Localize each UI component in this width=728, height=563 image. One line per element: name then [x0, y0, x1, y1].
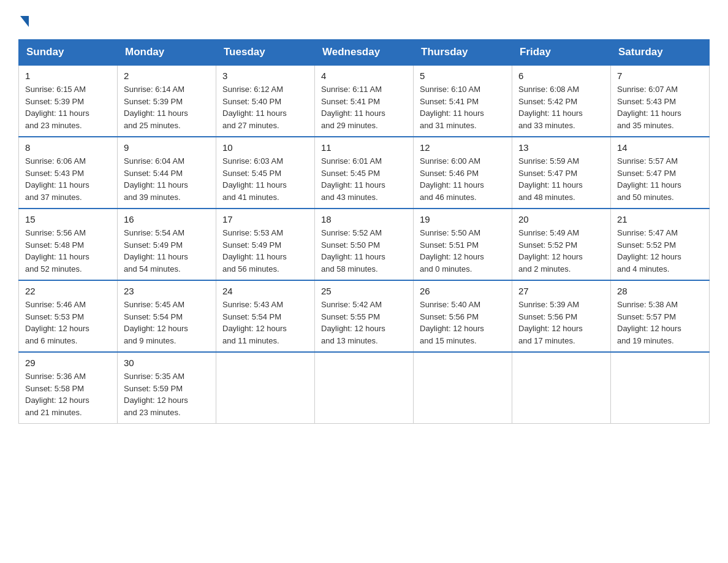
calendar-day-cell: 2 Sunrise: 6:14 AM Sunset: 5:39 PM Dayli…	[118, 65, 216, 137]
day-number: 8	[25, 142, 111, 153]
calendar-week-row: 15 Sunrise: 5:56 AM Sunset: 5:48 PM Dayl…	[19, 209, 710, 280]
day-info: Sunrise: 5:39 AM Sunset: 5:56 PM Dayligh…	[518, 299, 604, 347]
calendar-day-cell: 30 Sunrise: 5:35 AM Sunset: 5:59 PM Dayl…	[118, 352, 216, 424]
day-number: 11	[321, 142, 407, 153]
day-number: 9	[124, 142, 210, 153]
day-number: 26	[420, 286, 506, 296]
day-info: Sunrise: 6:10 AM Sunset: 5:41 PM Dayligh…	[420, 83, 506, 131]
day-number: 25	[321, 286, 407, 296]
calendar-day-cell: 1 Sunrise: 6:15 AM Sunset: 5:39 PM Dayli…	[19, 65, 118, 137]
calendar-day-cell: 25 Sunrise: 5:42 AM Sunset: 5:55 PM Dayl…	[315, 280, 414, 352]
calendar-day-cell: 22 Sunrise: 5:46 AM Sunset: 5:53 PM Dayl…	[19, 280, 118, 352]
calendar-day-cell: 10 Sunrise: 6:03 AM Sunset: 5:45 PM Dayl…	[216, 137, 315, 209]
day-number: 13	[518, 142, 604, 153]
calendar-day-cell: 29 Sunrise: 5:36 AM Sunset: 5:58 PM Dayl…	[19, 352, 118, 424]
day-number: 21	[617, 214, 703, 224]
calendar-day-cell: 16 Sunrise: 5:54 AM Sunset: 5:49 PM Dayl…	[118, 209, 216, 280]
calendar-week-row: 1 Sunrise: 6:15 AM Sunset: 5:39 PM Dayli…	[19, 65, 710, 137]
calendar-week-row: 22 Sunrise: 5:46 AM Sunset: 5:53 PM Dayl…	[19, 280, 710, 352]
day-info: Sunrise: 5:35 AM Sunset: 5:59 PM Dayligh…	[124, 370, 210, 418]
day-number: 20	[518, 214, 604, 224]
day-number: 29	[25, 358, 111, 368]
calendar-day-header: Thursday	[414, 40, 512, 66]
day-info: Sunrise: 6:03 AM Sunset: 5:45 PM Dayligh…	[222, 155, 308, 203]
day-info: Sunrise: 5:52 AM Sunset: 5:50 PM Dayligh…	[321, 227, 407, 275]
day-number: 12	[420, 142, 506, 153]
day-number: 17	[222, 214, 308, 224]
calendar-empty-cell	[216, 352, 315, 424]
calendar-day-cell: 28 Sunrise: 5:38 AM Sunset: 5:57 PM Dayl…	[611, 280, 710, 352]
calendar-day-cell: 12 Sunrise: 6:00 AM Sunset: 5:46 PM Dayl…	[414, 137, 512, 209]
day-info: Sunrise: 5:42 AM Sunset: 5:55 PM Dayligh…	[321, 299, 407, 347]
day-info: Sunrise: 6:01 AM Sunset: 5:45 PM Dayligh…	[321, 155, 407, 203]
calendar-day-cell: 19 Sunrise: 5:50 AM Sunset: 5:51 PM Dayl…	[414, 209, 512, 280]
day-info: Sunrise: 6:12 AM Sunset: 5:40 PM Dayligh…	[222, 83, 308, 131]
calendar-day-cell: 18 Sunrise: 5:52 AM Sunset: 5:50 PM Dayl…	[315, 209, 414, 280]
calendar-empty-cell	[414, 352, 512, 424]
day-info: Sunrise: 5:50 AM Sunset: 5:51 PM Dayligh…	[420, 227, 506, 275]
calendar-day-header: Sunday	[19, 40, 118, 66]
calendar-day-cell: 9 Sunrise: 6:04 AM Sunset: 5:44 PM Dayli…	[118, 137, 216, 209]
calendar-day-cell: 4 Sunrise: 6:11 AM Sunset: 5:41 PM Dayli…	[315, 65, 414, 137]
logo-arrow-icon	[20, 16, 29, 27]
day-info: Sunrise: 5:53 AM Sunset: 5:49 PM Dayligh…	[222, 227, 308, 275]
day-info: Sunrise: 5:36 AM Sunset: 5:58 PM Dayligh…	[25, 370, 111, 418]
calendar-table: SundayMondayTuesdayWednesdayThursdayFrid…	[18, 39, 710, 424]
day-info: Sunrise: 6:11 AM Sunset: 5:41 PM Dayligh…	[321, 83, 407, 131]
day-info: Sunrise: 5:38 AM Sunset: 5:57 PM Dayligh…	[617, 299, 703, 347]
day-number: 19	[420, 214, 506, 224]
day-number: 27	[518, 286, 604, 296]
calendar-day-cell: 3 Sunrise: 6:12 AM Sunset: 5:40 PM Dayli…	[216, 65, 315, 137]
calendar-day-cell: 24 Sunrise: 5:43 AM Sunset: 5:54 PM Dayl…	[216, 280, 315, 352]
day-number: 2	[124, 71, 210, 81]
day-info: Sunrise: 5:40 AM Sunset: 5:56 PM Dayligh…	[420, 299, 506, 347]
calendar-header-row: SundayMondayTuesdayWednesdayThursdayFrid…	[19, 40, 710, 66]
page-header	[18, 12, 710, 27]
calendar-day-cell: 11 Sunrise: 6:01 AM Sunset: 5:45 PM Dayl…	[315, 137, 414, 209]
day-info: Sunrise: 5:57 AM Sunset: 5:47 PM Dayligh…	[617, 155, 703, 203]
calendar-day-cell: 8 Sunrise: 6:06 AM Sunset: 5:43 PM Dayli…	[19, 137, 118, 209]
calendar-empty-cell	[512, 352, 611, 424]
day-info: Sunrise: 5:47 AM Sunset: 5:52 PM Dayligh…	[617, 227, 703, 275]
calendar-empty-cell	[611, 352, 710, 424]
calendar-day-cell: 15 Sunrise: 5:56 AM Sunset: 5:48 PM Dayl…	[19, 209, 118, 280]
day-info: Sunrise: 6:00 AM Sunset: 5:46 PM Dayligh…	[420, 155, 506, 203]
day-info: Sunrise: 5:45 AM Sunset: 5:54 PM Dayligh…	[124, 299, 210, 347]
calendar-day-header: Wednesday	[315, 40, 414, 66]
day-info: Sunrise: 6:06 AM Sunset: 5:43 PM Dayligh…	[25, 155, 111, 203]
calendar-day-cell: 27 Sunrise: 5:39 AM Sunset: 5:56 PM Dayl…	[512, 280, 611, 352]
calendar-day-cell: 5 Sunrise: 6:10 AM Sunset: 5:41 PM Dayli…	[414, 65, 512, 137]
calendar-day-header: Friday	[512, 40, 611, 66]
calendar-day-header: Monday	[118, 40, 216, 66]
calendar-day-cell: 13 Sunrise: 5:59 AM Sunset: 5:47 PM Dayl…	[512, 137, 611, 209]
day-number: 3	[222, 71, 308, 81]
day-info: Sunrise: 6:07 AM Sunset: 5:43 PM Dayligh…	[617, 83, 703, 131]
calendar-empty-cell	[315, 352, 414, 424]
day-info: Sunrise: 5:56 AM Sunset: 5:48 PM Dayligh…	[25, 227, 111, 275]
calendar-day-cell: 20 Sunrise: 5:49 AM Sunset: 5:52 PM Dayl…	[512, 209, 611, 280]
calendar-week-row: 8 Sunrise: 6:06 AM Sunset: 5:43 PM Dayli…	[19, 137, 710, 209]
day-number: 22	[25, 286, 111, 296]
calendar-day-cell: 6 Sunrise: 6:08 AM Sunset: 5:42 PM Dayli…	[512, 65, 611, 137]
day-number: 6	[518, 71, 604, 81]
day-info: Sunrise: 6:04 AM Sunset: 5:44 PM Dayligh…	[124, 155, 210, 203]
day-info: Sunrise: 6:08 AM Sunset: 5:42 PM Dayligh…	[518, 83, 604, 131]
day-number: 7	[617, 71, 703, 81]
calendar-day-cell: 14 Sunrise: 5:57 AM Sunset: 5:47 PM Dayl…	[611, 137, 710, 209]
day-number: 10	[222, 142, 308, 153]
day-info: Sunrise: 5:54 AM Sunset: 5:49 PM Dayligh…	[124, 227, 210, 275]
calendar-day-header: Saturday	[611, 40, 710, 66]
day-number: 30	[124, 358, 210, 368]
day-number: 15	[25, 214, 111, 224]
day-number: 5	[420, 71, 506, 81]
day-number: 24	[222, 286, 308, 296]
calendar-day-cell: 26 Sunrise: 5:40 AM Sunset: 5:56 PM Dayl…	[414, 280, 512, 352]
day-info: Sunrise: 6:15 AM Sunset: 5:39 PM Dayligh…	[25, 83, 111, 131]
day-number: 14	[617, 142, 703, 153]
day-number: 23	[124, 286, 210, 296]
day-number: 28	[617, 286, 703, 296]
calendar-day-cell: 17 Sunrise: 5:53 AM Sunset: 5:49 PM Dayl…	[216, 209, 315, 280]
day-info: Sunrise: 5:49 AM Sunset: 5:52 PM Dayligh…	[518, 227, 604, 275]
day-number: 18	[321, 214, 407, 224]
day-number: 4	[321, 71, 407, 81]
